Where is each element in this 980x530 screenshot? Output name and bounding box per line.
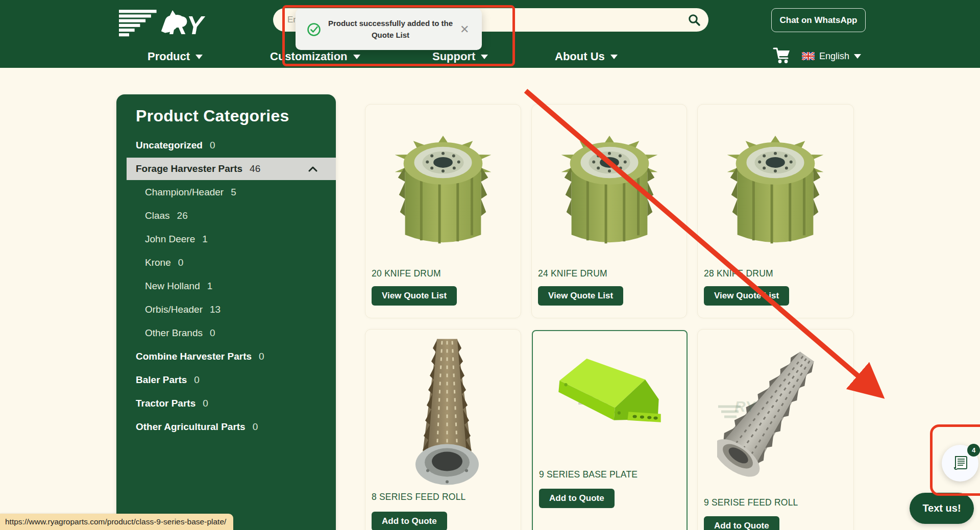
add-to-quote-button[interactable]: Add to Quote (539, 489, 615, 508)
product-card[interactable]: 24 KNIFE DRUM View Quote List (531, 104, 687, 318)
sidebar-item-other-brands[interactable]: Other Brands 0 (116, 321, 336, 345)
sidebar-item-new-holland[interactable]: New Holland 1 (116, 274, 336, 298)
sidebar-item-other-agricultural-parts[interactable]: Other Agricultural Parts 0 (116, 415, 336, 439)
product-image-feed-roll (717, 339, 819, 494)
search-button[interactable] (680, 8, 708, 32)
category-label: Krone (116, 257, 171, 268)
sidebar-item-uncategorized[interactable]: Uncategorized 0 (116, 134, 336, 157)
cart-icon[interactable] (773, 47, 791, 64)
text-us-button[interactable]: Text us! (910, 493, 974, 524)
category-label: Forage Harvester Parts (127, 163, 242, 174)
quote-list-widget[interactable]: 4 (942, 445, 978, 482)
category-label: Other Brands (116, 327, 203, 339)
language-label: English (819, 51, 849, 62)
site-header: RY Chat on WhatsApp Product Customizatio… (0, 0, 980, 68)
category-count: 1 (202, 234, 208, 245)
category-count: 0 (253, 421, 258, 433)
toast-message: Product successfully added to the Quote … (325, 18, 456, 41)
view-quote-list-button[interactable]: View Quote List (372, 286, 457, 306)
brand-logo[interactable]: RY (119, 4, 236, 43)
category-label: Champion/Header (116, 187, 224, 198)
category-count: 0 (210, 327, 215, 339)
toast-notification: Product successfully added to the Quote … (296, 9, 482, 50)
category-count: 13 (210, 304, 220, 315)
chevron-down-icon (854, 54, 861, 59)
product-title[interactable]: 8 SERIES FEED ROLL (372, 492, 466, 502)
chevron-up-icon (308, 166, 317, 172)
category-label: John Deere (116, 234, 195, 245)
language-selector[interactable]: English (802, 49, 861, 63)
product-card[interactable]: 9 SERISE FEED ROLL Add to Quote (697, 329, 854, 530)
category-label: Combine Harvester Parts (116, 351, 252, 362)
category-count: 0 (203, 398, 208, 409)
category-label: Uncategorized (116, 140, 203, 151)
product-image-feed-roll (412, 334, 482, 489)
sidebar-item-forage-harvester-parts[interactable]: Forage Harvester Parts 46 (127, 158, 336, 180)
nav-label: About Us (555, 50, 605, 63)
link-preview-statusbar: https://www.ryagroparts.com/product/clas… (0, 514, 233, 530)
sidebar-item-tractor-parts[interactable]: Tractor Parts 0 (116, 392, 336, 415)
sidebar-item-champion-header[interactable]: Champion/Header 5 (116, 181, 336, 204)
sidebar-title: Product Categories (116, 94, 336, 125)
uk-flag-icon (802, 52, 815, 60)
product-categories-panel: Product Categories Uncategorized 0 Forag… (116, 94, 336, 530)
toast-close-icon[interactable]: ✕ (457, 23, 472, 36)
product-image-knife-drum (556, 131, 663, 253)
category-count: 0 (259, 351, 264, 362)
chevron-down-icon (610, 55, 618, 59)
category-label: New Holland (116, 281, 200, 292)
quote-count-badge: 4 (967, 444, 980, 457)
add-to-quote-button[interactable]: Add to Quote (372, 512, 447, 530)
sidebar-item-john-deere[interactable]: John Deere 1 (116, 228, 336, 251)
product-card-highlighted[interactable]: 9 SERIES BASE PLATE Add to Quote (532, 330, 688, 530)
sidebar-item-orbis-header[interactable]: Orbis/Header 13 (116, 298, 336, 321)
category-count: 5 (231, 187, 236, 198)
product-title[interactable]: 24 KNIFE DRUM (538, 268, 607, 279)
view-quote-list-button[interactable]: View Quote List (538, 286, 623, 306)
chevron-down-icon (481, 55, 488, 59)
product-title[interactable]: 9 SERIES BASE PLATE (539, 469, 638, 480)
product-title[interactable]: 28 KNIFE DRUM (704, 268, 773, 279)
category-count: 0 (210, 140, 215, 151)
nav-item-about-us[interactable]: About Us (555, 49, 618, 64)
product-card[interactable]: 28 KNIFE DRUM View Quote List (697, 104, 854, 318)
check-circle-icon (307, 22, 321, 37)
category-label: Claas (116, 210, 170, 221)
product-image-knife-drum (389, 131, 497, 253)
product-image-base-plate (552, 350, 667, 435)
chat-on-whatsapp-button[interactable]: Chat on WhatsApp (771, 8, 866, 32)
category-count: 1 (207, 281, 213, 292)
nav-item-customization[interactable]: Customization (270, 49, 360, 64)
sidebar-item-baler-parts[interactable]: Baler Parts 0 (116, 368, 336, 392)
product-card[interactable]: 8 SERIES FEED ROLL Add to Quote (365, 329, 521, 530)
category-count: 26 (177, 210, 188, 221)
product-title[interactable]: 9 SERISE FEED ROLL (704, 497, 798, 508)
nav-label: Product (148, 50, 190, 63)
search-icon (688, 13, 701, 27)
category-count: 0 (194, 374, 200, 386)
category-label: Other Agricultural Parts (116, 421, 246, 433)
view-quote-list-button[interactable]: View Quote List (704, 286, 789, 306)
sidebar-item-krone[interactable]: Krone 0 (116, 251, 336, 274)
chevron-down-icon (353, 55, 360, 59)
product-title[interactable]: 20 KNIFE DRUM (372, 268, 441, 279)
category-count: 46 (250, 163, 260, 174)
product-image-knife-drum (722, 131, 829, 253)
nav-label: Customization (270, 50, 348, 63)
category-label: Orbis/Header (116, 304, 203, 315)
sidebar-item-claas[interactable]: Claas 26 (116, 204, 336, 228)
product-card[interactable]: 20 KNIFE DRUM View Quote List (365, 104, 521, 318)
quote-list-icon (951, 454, 969, 472)
category-count: 0 (178, 257, 184, 268)
logo-text: RY (169, 12, 206, 39)
category-label: Tractor Parts (116, 398, 195, 409)
sidebar-item-combine-harvester-parts[interactable]: Combine Harvester Parts 0 (116, 345, 336, 368)
nav-label: Support (432, 50, 475, 63)
nav-item-product[interactable]: Product (148, 49, 203, 64)
chevron-down-icon (195, 55, 203, 59)
category-label: Baler Parts (116, 374, 187, 386)
nav-item-support[interactable]: Support (432, 49, 488, 64)
add-to-quote-button[interactable]: Add to Quote (704, 516, 779, 530)
category-list: Uncategorized 0 Forage Harvester Parts 4… (116, 134, 336, 439)
